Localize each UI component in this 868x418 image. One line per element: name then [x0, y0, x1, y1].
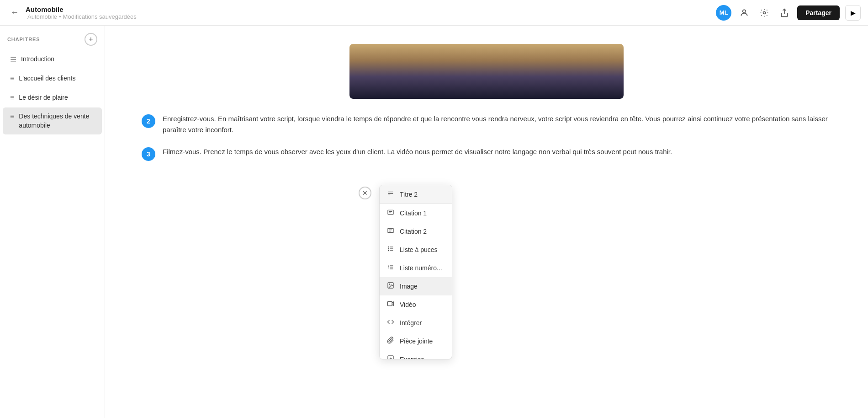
user-icon[interactable] [737, 5, 752, 20]
topbar-right: ML Partager ▶ [716, 5, 861, 21]
number-badge: 3 [142, 147, 155, 161]
close-dropdown-button[interactable]: ✕ [359, 187, 371, 199]
dropdown-item-label-image: Image [400, 283, 418, 290]
dropdown-item-label-video: Vidéo [400, 301, 416, 308]
dropdown-item-icon-titre2 [386, 190, 395, 199]
dropdown-item-image[interactable]: Image [380, 277, 452, 295]
add-chapter-button[interactable]: + [85, 33, 97, 46]
sidebar-item-accueil[interactable]: ≡ L'accueil des clients [3, 70, 102, 88]
number-badge: 2 [142, 114, 155, 128]
dropdown-item-label-liste-puces: Liste à puces [400, 246, 438, 253]
item-text: Filmez-vous. Prenez le temps de vous obs… [163, 146, 672, 157]
breadcrumb: Automobile • Modifications sauvegardées [27, 13, 137, 20]
dropdown-item-integrer[interactable]: Intégrer [380, 314, 452, 332]
svg-point-16 [388, 250, 389, 251]
hero-image-inner [349, 44, 624, 99]
svg-point-15 [388, 248, 389, 249]
dropdown-item-icon-image [386, 282, 395, 291]
avatar: ML [716, 5, 731, 21]
sidebar-items-list: ☰ Introduction ≡ L'accueil des clients ≡… [0, 49, 105, 418]
dropdown-item-exercice[interactable]: Exercice [380, 350, 452, 359]
dropdown-item-icon-video [386, 300, 395, 309]
dropdown-item-label-titre2: Titre 2 [400, 191, 418, 198]
sidebar-header: CHAPITRES + [0, 26, 105, 49]
topbar-left: ← Automobile Automobile • Modifications … [7, 5, 712, 20]
numbered-list-item: 2 Enregistrez-vous. En maîtrisant votre … [142, 113, 831, 135]
svg-rect-8 [388, 228, 393, 232]
sidebar-item-label: L'accueil des clients [19, 74, 75, 83]
play-icon: ▶ [851, 9, 856, 16]
svg-rect-24 [387, 301, 392, 305]
dropdown-item-label-citation1: Citation 1 [400, 209, 427, 217]
sidebar: CHAPITRES + ☰ Introduction ≡ L'accueil d… [0, 26, 105, 418]
dropdown-item-liste-num[interactable]: 12 Liste numéro... [380, 259, 452, 277]
content-items: 2 Enregistrez-vous. En maîtrisant votre … [142, 113, 831, 161]
settings-icon[interactable] [757, 5, 772, 20]
dropdown-item-icon-liste-num: 12 [386, 263, 395, 273]
sidebar-item-icon: ☰ [10, 55, 16, 64]
play-button[interactable]: ▶ [845, 5, 861, 21]
svg-point-1 [763, 11, 766, 14]
sidebar-item-icon: ≡ [10, 75, 14, 83]
dropdown-item-icon-citation2 [386, 227, 395, 236]
sidebar-item-label: Des techniques de vente automobile [19, 112, 95, 130]
sidebar-item-icon: ≡ [10, 94, 14, 102]
dropdown-item-icon-exercice [386, 355, 395, 359]
main-layout: CHAPITRES + ☰ Introduction ≡ L'accueil d… [0, 26, 868, 418]
dropdown-item-citation1[interactable]: Citation 1 [380, 204, 452, 222]
sidebar-item-icon: ≡ [10, 113, 14, 121]
dropdown-item-label-piece-jointe: Pièce jointe [400, 338, 433, 345]
dropdown-item-titre2[interactable]: Titre 2 [380, 185, 452, 204]
svg-point-14 [388, 247, 389, 247]
share-button[interactable]: Partager [797, 5, 840, 20]
share-icon[interactable] [777, 5, 792, 20]
back-button[interactable]: ← [7, 5, 22, 20]
dropdown-item-label-exercice: Exercice [400, 356, 424, 359]
dropdown-item-citation2[interactable]: Citation 2 [380, 222, 452, 241]
breadcrumb-separator: • [59, 13, 61, 20]
svg-text:2: 2 [388, 267, 389, 269]
page-title: Automobile [26, 5, 137, 13]
sidebar-item-techniques[interactable]: ≡ Des techniques de vente automobile [3, 107, 102, 134]
dropdown-item-video[interactable]: Vidéo [380, 295, 452, 314]
dropdown-item-liste-puces[interactable]: Liste à puces [380, 241, 452, 259]
dropdown-item-icon-piece-jointe [386, 337, 395, 346]
dropdown-item-icon-citation1 [386, 209, 395, 218]
sidebar-item-introduction[interactable]: ☰ Introduction [3, 50, 102, 69]
hero-image [349, 44, 624, 99]
svg-rect-5 [388, 210, 393, 214]
dropdown-item-icon-liste-puces [386, 245, 395, 254]
sidebar-item-label: Le désir de plaire [19, 93, 68, 102]
dropdown-scroll[interactable]: Titre 2 Citation 1 Citation 2 Liste à pu… [380, 185, 452, 359]
dropdown-item-icon-integrer [386, 318, 395, 327]
close-icon: ✕ [362, 189, 368, 197]
svg-point-23 [389, 284, 390, 285]
breadcrumb-file: Automobile [27, 13, 57, 20]
dropdown-item-piece-jointe[interactable]: Pièce jointe [380, 332, 452, 350]
sidebar-item-desir[interactable]: ≡ Le désir de plaire [3, 89, 102, 107]
back-icon: ← [11, 8, 19, 17]
sidebar-item-label: Introduction [21, 55, 54, 64]
content-area: 2 Enregistrez-vous. En maîtrisant votre … [105, 26, 868, 418]
item-text: Enregistrez-vous. En maîtrisant votre sc… [163, 113, 831, 135]
dropdown-item-label-citation2: Citation 2 [400, 228, 427, 235]
breadcrumb-status: Modifications sauvegardées [63, 13, 137, 20]
dropdown-item-label-liste-num: Liste numéro... [400, 264, 442, 272]
dropdown-item-label-integrer: Intégrer [400, 319, 422, 327]
topbar: ← Automobile Automobile • Modifications … [0, 0, 868, 26]
dropdown-menu[interactable]: Titre 2 Citation 1 Citation 2 Liste à pu… [379, 185, 452, 359]
add-icon: + [89, 35, 93, 43]
svg-point-0 [743, 10, 746, 13]
numbered-list-item: 3 Filmez-vous. Prenez le temps de vous o… [142, 146, 831, 161]
sidebar-section-title: CHAPITRES [7, 37, 40, 42]
topbar-title-group: Automobile Automobile • Modifications sa… [26, 5, 137, 20]
